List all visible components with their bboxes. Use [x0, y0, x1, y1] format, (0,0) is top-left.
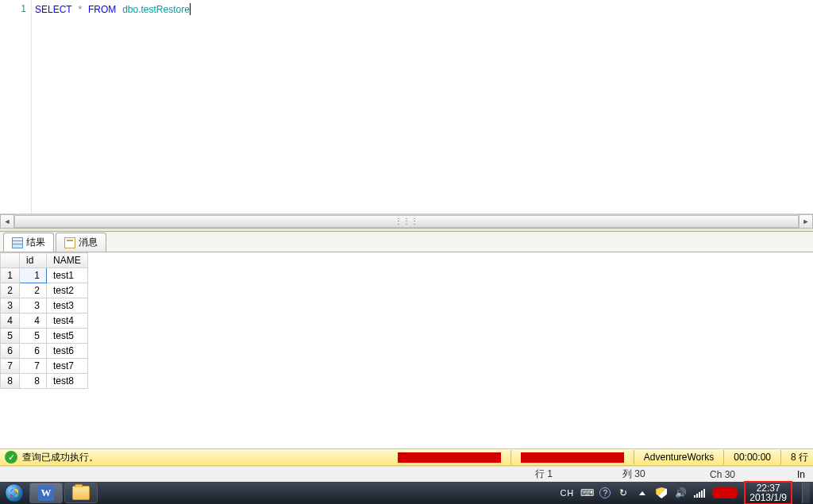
tray-chevron-up-icon[interactable]: [636, 487, 649, 499]
show-desktop-button[interactable]: [802, 483, 810, 503]
column-header-name[interactable]: NAME: [47, 253, 88, 268]
scroll-left-button[interactable]: ◄: [0, 214, 14, 229]
query-success-message: 查询已成功执行。: [22, 451, 98, 464]
cell-id[interactable]: 3: [20, 298, 47, 314]
row-header[interactable]: 2: [1, 283, 20, 298]
results-tab-bar: 结果 消息: [0, 232, 813, 252]
cell-id[interactable]: 7: [20, 359, 47, 374]
cell-id[interactable]: 1: [20, 268, 47, 283]
ime-indicator[interactable]: CH: [560, 488, 574, 498]
cell-name[interactable]: test3: [47, 298, 88, 314]
clock-date: 2013/1/9: [749, 493, 787, 502]
messages-icon: [64, 237, 75, 248]
cell-id[interactable]: 5: [20, 329, 47, 344]
results-corner-cell[interactable]: [1, 253, 20, 268]
row-header[interactable]: 3: [1, 298, 20, 314]
table-row[interactable]: 88test8: [1, 374, 88, 389]
tab-messages-label: 消息: [79, 236, 98, 249]
scroll-right-button[interactable]: ►: [799, 214, 813, 229]
status-rowcount: 8 行: [786, 451, 813, 464]
results-grid-pane[interactable]: id NAME 11test1 22test2 33test3 44test4 …: [0, 252, 813, 448]
tab-messages[interactable]: 消息: [56, 233, 106, 252]
cell-name[interactable]: test5: [47, 329, 88, 344]
success-check-icon: ✓: [5, 451, 17, 464]
results-header-row: id NAME: [1, 253, 88, 268]
table-row[interactable]: 33test3: [1, 298, 88, 314]
results-grid-icon: [12, 237, 23, 248]
volume-icon[interactable]: 🔊: [674, 487, 687, 499]
sql-keyword: FROM: [88, 4, 116, 15]
table-row[interactable]: 22test2: [1, 283, 88, 298]
cell-name[interactable]: test2: [47, 283, 88, 298]
sql-code-area[interactable]: SELECT * FROM dbo.testRestore: [32, 0, 813, 214]
windows-logo-icon: [5, 483, 24, 502]
cell-id[interactable]: 6: [20, 344, 47, 359]
start-button[interactable]: [0, 482, 29, 504]
sql-editor-pane[interactable]: 1 SELECT * FROM dbo.testRestore: [0, 0, 813, 214]
taskbar-explorer-button[interactable]: [64, 483, 98, 503]
sql-identifier: dbo.testRestore: [122, 4, 190, 15]
system-tray[interactable]: CH ⌨ ? ↻ 🔊 22:37 2013/1/9: [560, 482, 813, 504]
redacted-server-name: [398, 452, 501, 463]
taskbar-clock[interactable]: 22:37 2013/1/9: [744, 481, 792, 504]
folder-icon: [72, 486, 90, 500]
table-row[interactable]: 66test6: [1, 344, 88, 359]
cell-id[interactable]: 4: [20, 314, 47, 329]
status-char: Ch 30: [710, 469, 749, 480]
status-column: 列 30: [622, 467, 662, 481]
status-elapsed: 00:00:00: [729, 452, 776, 463]
status-line: 行 1: [535, 467, 575, 481]
word-icon: W: [38, 485, 54, 501]
tab-results-label: 结果: [26, 236, 45, 249]
status-insert-mode: In: [797, 469, 805, 480]
cell-name[interactable]: test8: [47, 374, 88, 389]
row-header[interactable]: 7: [1, 359, 20, 374]
cell-name[interactable]: test1: [47, 268, 88, 283]
row-header[interactable]: 6: [1, 344, 20, 359]
table-row[interactable]: 77test7: [1, 359, 88, 374]
status-database: AdventureWorks: [639, 452, 719, 463]
sql-star: *: [79, 4, 83, 15]
results-table[interactable]: id NAME 11test1 22test2 33test3 44test4 …: [0, 252, 88, 389]
cell-name[interactable]: test6: [47, 344, 88, 359]
query-status-bar: ✓ 查询已成功执行。 AdventureWorks 00:00:00 8 行: [0, 448, 813, 466]
security-shield-icon[interactable]: [655, 487, 668, 499]
text-caret: [190, 3, 191, 15]
editor-position-status-bar: 行 1 列 30 Ch 30 In: [0, 466, 813, 482]
cell-name[interactable]: test4: [47, 314, 88, 329]
row-header[interactable]: 4: [1, 314, 20, 329]
cell-id[interactable]: 8: [20, 374, 47, 389]
row-header[interactable]: 5: [1, 329, 20, 344]
windows-taskbar[interactable]: W CH ⌨ ? ↻ 🔊 22:37 2013/1/9: [0, 482, 813, 504]
line-number-gutter: 1: [0, 0, 32, 214]
scroll-track[interactable]: ⋮⋮⋮: [14, 214, 799, 228]
tab-results[interactable]: 结果: [3, 233, 54, 252]
network-signal-icon[interactable]: [693, 487, 706, 499]
row-header[interactable]: 8: [1, 374, 20, 389]
table-row[interactable]: 11test1: [1, 268, 88, 283]
line-number: 1: [0, 3, 26, 14]
help-icon[interactable]: ?: [599, 487, 611, 498]
sync-icon[interactable]: ↻: [617, 487, 630, 499]
taskbar-word-button[interactable]: W: [29, 483, 63, 503]
table-row[interactable]: 55test5: [1, 329, 88, 344]
cell-id[interactable]: 2: [20, 283, 47, 298]
editor-horizontal-scrollbar[interactable]: ◄ ⋮⋮⋮ ►: [0, 214, 813, 228]
redacted-tray-item: [712, 487, 738, 498]
redacted-user-name: [521, 452, 624, 463]
keyboard-icon[interactable]: ⌨: [580, 487, 593, 499]
cell-name[interactable]: test7: [47, 359, 88, 374]
column-header-id[interactable]: id: [20, 253, 47, 268]
row-header[interactable]: 1: [1, 268, 20, 283]
sql-keyword: SELECT: [35, 4, 72, 15]
table-row[interactable]: 44test4: [1, 314, 88, 329]
